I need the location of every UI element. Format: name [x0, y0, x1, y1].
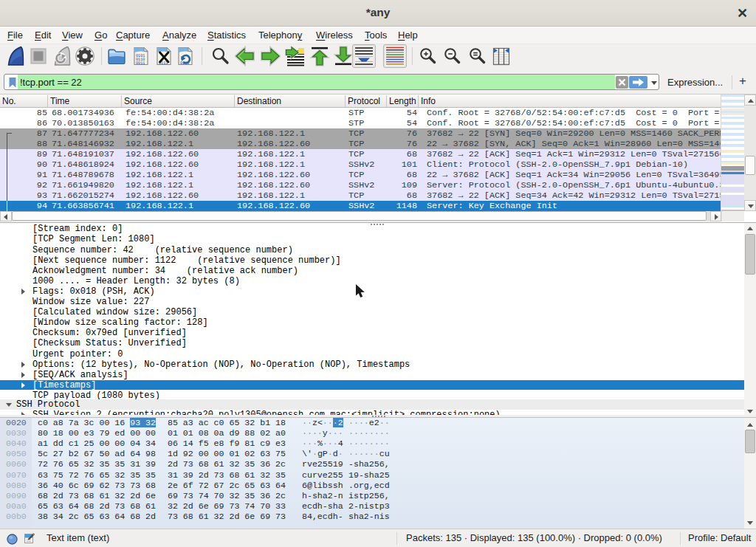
svg-text:0011: 0011 [136, 61, 145, 66]
